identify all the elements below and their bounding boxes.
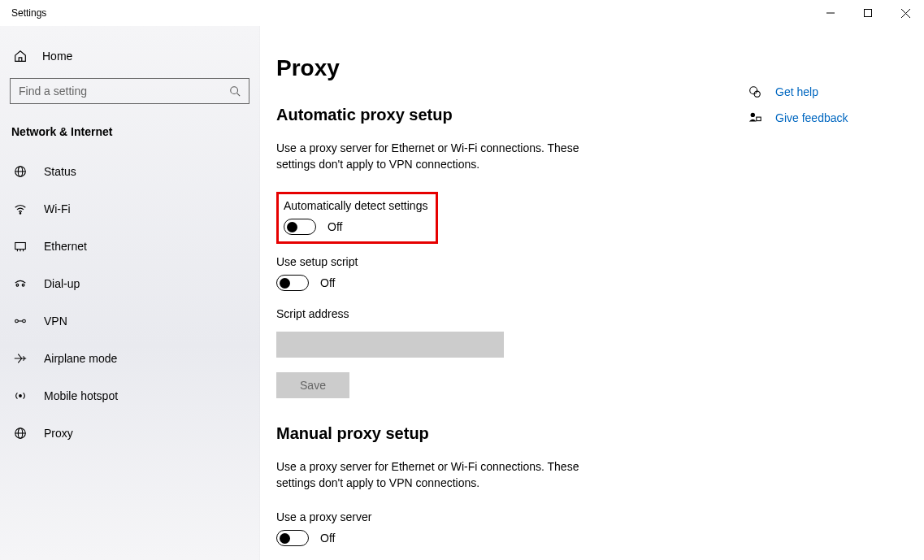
sidebar: Home Network & Internet Status <box>0 26 260 560</box>
sidebar-item-label: Wi-Fi <box>44 202 71 215</box>
wifi-icon <box>13 202 28 216</box>
sidebar-item-vpn[interactable]: VPN <box>0 302 259 340</box>
search-box[interactable] <box>10 78 249 104</box>
setup-script-label: Use setup script <box>276 255 699 268</box>
sidebar-item-proxy[interactable]: Proxy <box>0 415 259 452</box>
main-content: Proxy Automatic proxy setup Use a proxy … <box>276 55 699 560</box>
setup-script-toggle[interactable] <box>276 275 309 291</box>
help-icon <box>748 85 762 99</box>
ethernet-icon <box>13 239 28 254</box>
sidebar-item-label: Mobile hotspot <box>44 389 118 402</box>
use-proxy-toggle[interactable] <box>276 530 309 546</box>
sidebar-item-dialup[interactable]: Dial-up <box>0 265 259 302</box>
setup-script-state: Off <box>320 276 335 289</box>
use-proxy-label: Use a proxy server <box>276 510 699 523</box>
sidebar-item-label: Status <box>44 165 76 178</box>
svg-line-5 <box>237 93 241 97</box>
svg-point-14 <box>16 284 19 286</box>
section-automatic-desc: Use a proxy server for Ethernet or Wi-Fi… <box>276 141 618 172</box>
sidebar-item-hotspot[interactable]: Mobile hotspot <box>0 377 259 415</box>
sidebar-item-label: VPN <box>44 315 67 328</box>
dialup-icon <box>13 276 28 291</box>
search-input[interactable] <box>11 79 221 103</box>
script-address-input[interactable] <box>276 332 504 358</box>
svg-point-17 <box>23 319 26 323</box>
script-address-label: Script address <box>276 307 699 320</box>
page-title: Proxy <box>276 55 699 81</box>
highlight-box: Automatically detect settings Off <box>276 192 438 244</box>
svg-point-23 <box>750 87 757 94</box>
svg-point-15 <box>22 284 24 286</box>
feedback-icon <box>748 111 762 125</box>
search-icon <box>221 85 249 97</box>
get-help-link[interactable]: Get help <box>748 85 891 99</box>
sidebar-item-status[interactable]: Status <box>0 153 259 190</box>
svg-rect-26 <box>757 117 761 121</box>
sidebar-item-airplane[interactable]: Airplane mode <box>0 340 259 377</box>
home-icon <box>13 49 28 63</box>
close-button[interactable] <box>887 0 924 26</box>
sidebar-item-wifi[interactable]: Wi-Fi <box>0 190 259 228</box>
sidebar-home[interactable]: Home <box>0 49 259 78</box>
minimize-button[interactable] <box>812 0 849 26</box>
section-manual-desc: Use a proxy server for Ethernet or Wi-Fi… <box>276 459 618 491</box>
auto-detect-label: Automatically detect settings <box>284 199 427 212</box>
side-panel: Get help Give feedback <box>748 55 891 560</box>
svg-point-4 <box>231 87 238 94</box>
titlebar: Settings <box>0 0 924 26</box>
auto-detect-state: Off <box>328 220 342 233</box>
section-manual-heading: Manual proxy setup <box>276 424 699 443</box>
sidebar-item-label: Ethernet <box>44 240 87 253</box>
svg-rect-1 <box>865 10 872 17</box>
get-help-text[interactable]: Get help <box>775 85 818 98</box>
sidebar-home-label: Home <box>42 50 72 63</box>
sidebar-item-label: Airplane mode <box>44 352 117 365</box>
sidebar-item-label: Dial-up <box>44 277 80 290</box>
svg-point-9 <box>20 213 20 214</box>
window-controls <box>812 0 924 26</box>
globe-icon <box>13 164 28 179</box>
save-button[interactable]: Save <box>276 372 349 398</box>
hotspot-icon <box>13 389 28 403</box>
svg-point-16 <box>15 319 19 323</box>
svg-rect-10 <box>15 243 26 250</box>
sidebar-item-ethernet[interactable]: Ethernet <box>0 228 259 265</box>
sidebar-category: Network & Internet <box>0 125 259 153</box>
auto-detect-toggle[interactable] <box>284 219 316 235</box>
airplane-icon <box>13 351 28 366</box>
maximize-button[interactable] <box>849 0 887 26</box>
section-automatic-heading: Automatic proxy setup <box>276 106 699 124</box>
use-proxy-state: Off <box>320 532 335 545</box>
proxy-icon <box>13 426 28 441</box>
window-title: Settings <box>11 7 46 19</box>
svg-point-25 <box>751 113 755 117</box>
sidebar-item-label: Proxy <box>44 427 73 440</box>
give-feedback-link[interactable]: Give feedback <box>748 111 891 125</box>
give-feedback-text[interactable]: Give feedback <box>775 111 848 124</box>
svg-point-19 <box>20 395 22 397</box>
vpn-icon <box>13 314 28 328</box>
